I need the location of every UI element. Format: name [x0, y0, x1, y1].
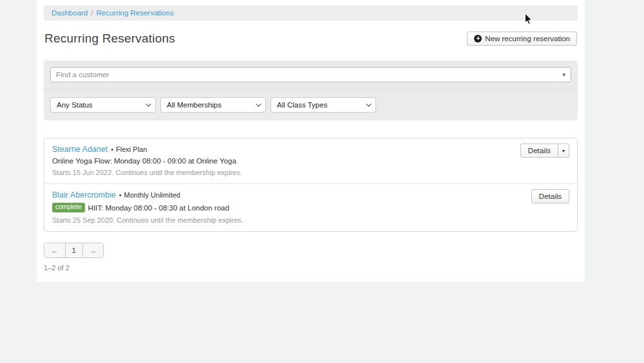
- row-actions: Details: [531, 189, 569, 203]
- bullet-separator: •: [119, 191, 122, 199]
- breadcrumb-separator: /: [91, 9, 93, 17]
- arrow-right-icon: →: [90, 247, 97, 254]
- chevron-down-icon: [146, 101, 151, 106]
- main-content: Dashboard/Recurring Reservations Recurri…: [37, 0, 585, 282]
- customer-link[interactable]: Blair Abercrombie: [52, 191, 116, 200]
- pagination-prev-button[interactable]: ←: [44, 243, 66, 257]
- bullet-separator: •: [111, 145, 113, 153]
- schedule-text: Online Yoga Flow: Monday 08:00 - 09:00 a…: [52, 157, 236, 165]
- breadcrumb: Dashboard/Recurring Reservations: [44, 5, 578, 21]
- details-dropdown-button[interactable]: ▾: [558, 144, 569, 158]
- arrow-left-icon: ←: [51, 247, 59, 254]
- customer-search-select[interactable]: ▾: [50, 67, 571, 82]
- membership-plan-label: Flexi Plan: [116, 145, 147, 153]
- caret-down-icon: ▾: [562, 148, 565, 154]
- breadcrumb-link-recurring-reservations[interactable]: Recurring Reservations: [96, 9, 173, 17]
- reservation-heading: Blair Abercrombie•Monthly Unlimited: [52, 191, 569, 200]
- details-button[interactable]: Details: [531, 189, 569, 203]
- filter-panel: ▾ Any Status All Memberships All Class T…: [44, 60, 578, 120]
- status-select-value: Any Status: [57, 101, 93, 109]
- new-recurring-reservation-label: New recurring reservation: [485, 35, 570, 42]
- reservation-row: Stearne Adanet•Flexi Plan Online Yoga Fl…: [44, 138, 577, 183]
- customer-filter-section: ▾: [44, 60, 578, 89]
- new-recurring-reservation-button[interactable]: + New recurring reservation: [467, 32, 577, 46]
- membership-plan-label: Monthly Unlimited: [124, 191, 180, 199]
- row-actions: Details ▾: [520, 144, 569, 158]
- pagination: ← 1 →: [44, 243, 104, 258]
- reservation-heading: Stearne Adanet•Flexi Plan: [52, 145, 569, 154]
- pagination-summary: 1–2 of 2: [44, 264, 578, 272]
- filter-selects-row: Any Status All Memberships All Class Typ…: [44, 89, 578, 120]
- pagination-page-1[interactable]: 1: [66, 243, 83, 257]
- caret-down-icon: ▾: [562, 72, 565, 78]
- customer-link[interactable]: Stearne Adanet: [52, 145, 108, 154]
- pagination-section: ← 1 → 1–2 of 2: [44, 232, 578, 272]
- status-select[interactable]: Any Status: [50, 97, 156, 113]
- customer-search-input[interactable]: [56, 71, 562, 79]
- chevron-down-icon: [256, 101, 261, 106]
- details-button[interactable]: Details: [520, 144, 558, 158]
- reservation-row: Blair Abercrombie•Monthly Unlimited comp…: [44, 183, 577, 231]
- membership-select-value: All Memberships: [167, 101, 222, 109]
- class-type-select[interactable]: All Class Types: [270, 97, 376, 113]
- breadcrumb-link-dashboard[interactable]: Dashboard: [52, 9, 88, 17]
- starts-text: Starts 25 Sep 2020. Continues until the …: [52, 216, 569, 224]
- page-title: Recurring Reservations: [44, 32, 175, 46]
- pagination-next-button[interactable]: →: [83, 243, 104, 257]
- plus-circle-icon: +: [474, 35, 482, 42]
- membership-select[interactable]: All Memberships: [160, 97, 266, 113]
- schedule-text: HIIT: Monday 08:00 - 08:30 at London roa…: [88, 204, 229, 212]
- chevron-down-icon: [366, 101, 371, 106]
- status-badge: complete: [52, 203, 85, 212]
- starts-text: Starts 15 Jun 2022. Continues until the …: [52, 169, 569, 176]
- reservations-list: Stearne Adanet•Flexi Plan Online Yoga Fl…: [44, 138, 578, 232]
- page-header: Recurring Reservations + New recurring r…: [44, 32, 577, 46]
- class-type-select-value: All Class Types: [277, 101, 327, 109]
